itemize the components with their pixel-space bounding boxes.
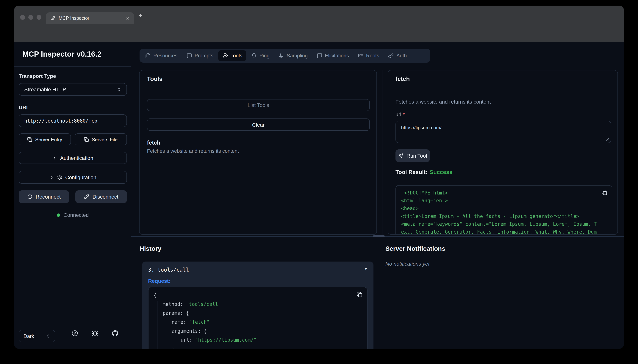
notifications-title: Server Notifications bbox=[385, 245, 445, 252]
tool-result-label: Tool Result:Success bbox=[395, 169, 452, 175]
browser-toolbar: localhost:6274/?MCP_PROXY_AUTH_TOKEN=9e7… bbox=[14, 24, 624, 42]
result-code-line: "<!DOCTYPE html> bbox=[401, 189, 607, 197]
result-status-badge: Success bbox=[430, 169, 452, 175]
tool-detail-header: fetch bbox=[388, 70, 617, 88]
result-code-line: <head> bbox=[401, 204, 607, 212]
chevrons-up-down-icon bbox=[116, 87, 121, 92]
copy-icon[interactable] bbox=[601, 190, 607, 195]
request-code-line: { bbox=[154, 291, 362, 300]
history-entry-label: 3. tools/call bbox=[148, 267, 189, 273]
mcp-logo-icon bbox=[50, 16, 56, 21]
tab-resources[interactable]: Resources bbox=[141, 50, 181, 61]
divider-drag-handle[interactable] bbox=[373, 235, 385, 237]
window-zoom-button[interactable] bbox=[37, 15, 41, 20]
nav-tabs: ResourcesPromptsToolsPingSamplingElicita… bbox=[140, 49, 430, 62]
disconnect-button[interactable]: Disconnect bbox=[75, 190, 127, 203]
key-icon bbox=[388, 53, 394, 58]
hammer-icon bbox=[222, 53, 228, 58]
required-marker: * bbox=[403, 112, 405, 117]
hash-icon bbox=[279, 53, 284, 58]
notifications-empty-text: No notifications yet bbox=[385, 261, 430, 267]
request-code-block: {method: "tools/call"params: {name: "fet… bbox=[148, 287, 367, 349]
window-close-button[interactable] bbox=[20, 15, 25, 20]
rotate-ccw-icon bbox=[27, 194, 32, 199]
browser-window: MCP Inspector localhost:6274/?MCP_PROXY_… bbox=[14, 6, 624, 349]
reconnect-button[interactable]: Reconnect bbox=[19, 190, 69, 203]
history-entry[interactable]: 3. tools/call ▼ Request: {method: "tools… bbox=[142, 262, 373, 349]
tab-ping[interactable]: Ping bbox=[247, 50, 274, 61]
request-label: Request: bbox=[148, 278, 170, 284]
url-label: URL bbox=[19, 104, 30, 110]
tab-tools[interactable]: Tools bbox=[218, 50, 247, 61]
tools-panel-title: Tools bbox=[147, 76, 162, 82]
tools-panel: Tools List Tools Clear fetchFetches a we… bbox=[139, 70, 377, 235]
transport-type-value: Streamable HTTP bbox=[24, 86, 116, 92]
app-content: MCP Inspector v0.16.2 Transport Type Str… bbox=[14, 42, 624, 349]
send-icon bbox=[398, 153, 403, 158]
status-text: Connected bbox=[63, 212, 89, 218]
tab-title: MCP Inspector bbox=[59, 16, 123, 21]
clear-button[interactable]: Clear bbox=[147, 118, 370, 131]
browser-titlebar: MCP Inspector bbox=[14, 6, 624, 24]
tab-auth[interactable]: Auth bbox=[384, 50, 411, 61]
server-entry-button[interactable]: Server Entry bbox=[19, 134, 71, 145]
servers-file-button[interactable]: Servers File bbox=[75, 134, 127, 145]
panel-divider-vertical[interactable] bbox=[382, 70, 382, 235]
bug-icon[interactable] bbox=[92, 330, 98, 336]
tab-prompts[interactable]: Prompts bbox=[182, 50, 218, 61]
chevrons-up-down-icon bbox=[46, 334, 50, 338]
collapse-caret-icon[interactable]: ▼ bbox=[364, 267, 367, 271]
param-value: https://lipsum.com/ bbox=[401, 125, 442, 130]
tool-detail-title: fetch bbox=[395, 76, 410, 82]
sidebar-footer: Dark bbox=[14, 323, 131, 349]
configuration-button[interactable]: Configuration bbox=[19, 171, 127, 184]
connection-status: Connected bbox=[14, 212, 131, 218]
indent-guide bbox=[166, 318, 166, 349]
github-icon[interactable] bbox=[112, 330, 118, 336]
theme-value: Dark bbox=[24, 333, 46, 339]
request-code-lines: {method: "tools/call"params: {name: "fet… bbox=[154, 291, 362, 349]
server-url-input[interactable]: http://localhost:8080/mcp bbox=[19, 114, 127, 127]
run-tool-button[interactable]: Run Tool bbox=[395, 150, 430, 162]
transport-type-label: Transport Type bbox=[19, 73, 56, 79]
sidebar: MCP Inspector v0.16.2 Transport Type Str… bbox=[14, 42, 131, 349]
chevron-right-icon bbox=[49, 175, 54, 180]
list-tools-button[interactable]: List Tools bbox=[147, 99, 370, 111]
copy-icon[interactable] bbox=[357, 292, 362, 297]
result-code-line: <meta name="keywords" content="Lorem Ips… bbox=[401, 220, 607, 228]
authentication-button[interactable]: Authentication bbox=[19, 152, 127, 164]
copy-icon bbox=[84, 137, 89, 142]
main-area: ResourcesPromptsToolsPingSamplingElicita… bbox=[131, 42, 624, 349]
help-icon[interactable] bbox=[72, 330, 78, 336]
history-title: History bbox=[140, 245, 161, 252]
chevron-right-icon bbox=[52, 156, 57, 160]
transport-type-select[interactable]: Streamable HTTP bbox=[19, 83, 127, 96]
bottom-panel-divider[interactable] bbox=[379, 238, 379, 349]
request-code-line: method: "tools/call" bbox=[154, 300, 362, 309]
tree-icon bbox=[358, 53, 363, 58]
request-code-line: } bbox=[154, 345, 362, 349]
indent-guide bbox=[175, 336, 175, 346]
bell-icon bbox=[251, 53, 257, 58]
resize-handle-icon[interactable] bbox=[606, 138, 609, 141]
result-code-block: "<!DOCTYPE html><html lang="en"><head><t… bbox=[395, 185, 612, 235]
param-label: url* bbox=[395, 112, 405, 117]
unplug-icon bbox=[84, 194, 89, 199]
tab-elicitations[interactable]: Elicitations bbox=[312, 50, 353, 61]
tool-detail-panel: fetch Fetches a website and returns its … bbox=[388, 70, 618, 235]
request-code-line: arguments: { bbox=[154, 327, 362, 336]
tab-close-icon[interactable] bbox=[126, 16, 130, 20]
gear-icon bbox=[57, 175, 62, 180]
tool-list-item[interactable]: fetchFetches a website and returns its c… bbox=[147, 139, 369, 154]
request-code-line: url: "https://lipsum.com/" bbox=[154, 336, 362, 345]
tab-sampling[interactable]: Sampling bbox=[274, 50, 312, 61]
browser-tab[interactable]: MCP Inspector bbox=[46, 12, 134, 24]
status-dot-icon bbox=[57, 213, 60, 217]
new-tab-button[interactable] bbox=[138, 13, 143, 18]
message-icon bbox=[186, 53, 192, 58]
param-input[interactable]: https://lipsum.com/ bbox=[395, 121, 611, 143]
tab-roots[interactable]: Roots bbox=[354, 50, 383, 61]
theme-select[interactable]: Dark bbox=[19, 330, 55, 342]
files-icon bbox=[145, 53, 151, 58]
window-minimize-button[interactable] bbox=[28, 15, 33, 20]
